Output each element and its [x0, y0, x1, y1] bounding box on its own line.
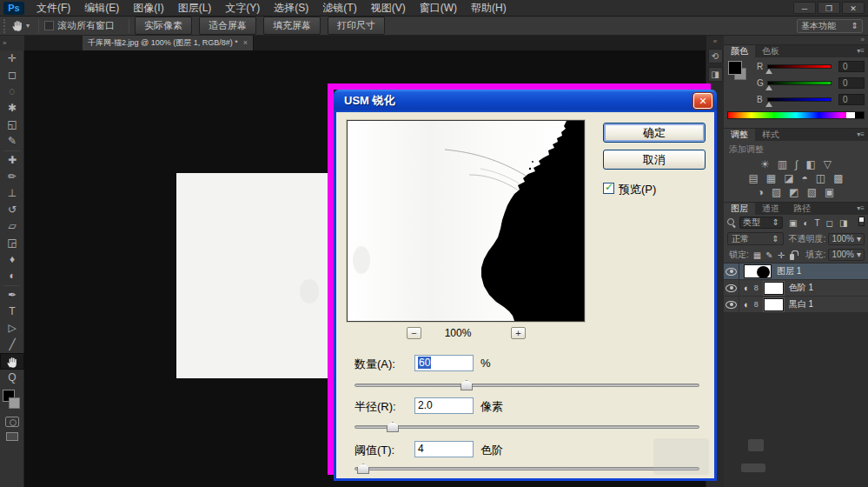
actual-pixels-button[interactable]: 实际像素 [135, 17, 192, 35]
panel-menu-icon[interactable]: ▾≡ [857, 130, 865, 138]
fill-screen-button[interactable]: 填充屏幕 [263, 17, 321, 35]
dodge-tool[interactable]: ◐ [0, 268, 24, 284]
properties-panel-icon[interactable]: ◨ [708, 67, 723, 82]
clone-stamp-tool[interactable]: ⊥ [0, 185, 24, 202]
history-panel-icon[interactable]: ⟲ [708, 49, 723, 63]
layer-name[interactable]: 黑白 1 [789, 298, 813, 310]
posterize-icon[interactable]: ▨ [772, 187, 781, 198]
red-value[interactable]: 0 [838, 61, 865, 72]
threshold-input[interactable]: 4 [414, 441, 474, 457]
ok-button[interactable]: 确定 [603, 123, 706, 143]
visibility-eye-icon[interactable] [726, 301, 737, 309]
tab-layers[interactable]: 图层 [724, 203, 755, 215]
fill-value[interactable]: 100% ▾ [828, 249, 865, 261]
preview-checkbox[interactable]: ✓ [603, 183, 614, 194]
background-color-swatch[interactable] [9, 397, 20, 409]
channel-mixer-icon[interactable]: ◫ [816, 173, 825, 184]
lock-paint-icon[interactable]: ✎ [765, 250, 772, 260]
layer1-thumbnail[interactable] [744, 264, 772, 278]
tab-swatches[interactable]: 色板 [755, 45, 786, 57]
zoom-in-button[interactable]: + [511, 327, 526, 339]
minimize-button[interactable]: ─ [793, 2, 816, 14]
black-white-icon[interactable]: ◪ [784, 173, 793, 184]
foreground-color-swatch[interactable] [728, 61, 742, 75]
menu-layer[interactable]: 图层(L) [171, 0, 219, 17]
visibility-eye-icon[interactable] [726, 284, 737, 292]
green-value[interactable]: 0 [838, 77, 865, 89]
history-brush-tool[interactable]: ↺ [0, 202, 24, 218]
menu-filter[interactable]: 滤镜(T) [315, 0, 363, 17]
close-button[interactable]: ✕ [842, 2, 865, 14]
cancel-button[interactable]: 取消 [603, 150, 706, 170]
radius-input[interactable]: 2.0 [414, 397, 474, 414]
blue-value[interactable]: 0 [838, 94, 865, 105]
tab-channels[interactable]: 通道 [755, 203, 786, 215]
ramp-black-swatch[interactable] [855, 112, 864, 118]
gradient-map-icon[interactable]: ▧ [807, 187, 817, 198]
menu-view[interactable]: 视图(V) [364, 0, 413, 17]
line-tool[interactable]: ╱ [0, 337, 24, 353]
blue-slider[interactable] [767, 97, 832, 102]
type-tool[interactable]: T [0, 304, 24, 320]
tab-styles[interactable]: 样式 [755, 129, 786, 141]
tab-paths[interactable]: 路径 [786, 203, 818, 215]
zoom-out-button[interactable]: − [407, 327, 421, 339]
ramp-white-swatch[interactable] [846, 112, 855, 118]
amount-slider[interactable] [354, 384, 699, 387]
exposure-icon[interactable]: ◧ [805, 159, 815, 170]
amount-input[interactable]: 60 [414, 355, 474, 371]
levels-icon[interactable]: ▥ [778, 159, 787, 170]
dock-expand-icon[interactable]: » [724, 36, 868, 44]
blur-tool[interactable]: ♦ [0, 251, 24, 268]
filter-type-layers-icon[interactable]: T [815, 218, 820, 228]
dialog-title[interactable]: USM 锐化 [334, 90, 717, 112]
brush-tool[interactable]: ✏ [0, 169, 24, 185]
blue-slider-thumb[interactable] [765, 102, 772, 107]
color-lookup-icon[interactable]: ▩ [833, 173, 843, 184]
layer-row-layer1[interactable]: 图层 1 [724, 264, 868, 280]
filter-toggle[interactable] [858, 217, 865, 226]
path-selection-tool[interactable]: ▷ [0, 320, 24, 337]
menu-help[interactable]: 帮助(H) [464, 0, 514, 17]
menu-edit[interactable]: 编辑(E) [77, 0, 126, 17]
print-size-button[interactable]: 打印尺寸 [328, 17, 385, 35]
radius-slider-thumb[interactable] [387, 422, 399, 432]
menu-image[interactable]: 图像(I) [126, 0, 170, 17]
brightness-contrast-icon[interactable]: ☀ [760, 159, 770, 170]
menu-file[interactable]: 文件(F) [30, 0, 77, 17]
levels1-mask-thumbnail[interactable] [764, 282, 784, 295]
crop-tool[interactable]: ◱ [0, 117, 24, 133]
threshold-slider-thumb[interactable] [357, 464, 369, 474]
lasso-tool[interactable]: ◌ [0, 83, 24, 100]
layer-name[interactable]: 图层 1 [777, 265, 801, 277]
hue-saturation-icon[interactable]: ▤ [749, 173, 759, 184]
threshold-slider[interactable] [354, 467, 699, 470]
panel-menu-icon[interactable]: ▾≡ [857, 47, 865, 55]
eyedropper-tool[interactable]: ✎ [0, 133, 24, 150]
layer-name[interactable]: 色阶 1 [789, 282, 813, 294]
workspace-switcher[interactable]: 基本功能 ⇕ [797, 19, 863, 33]
invert-icon[interactable]: ◑ [758, 187, 764, 198]
tab-adjustments[interactable]: 调整 [724, 129, 755, 141]
lock-position-icon[interactable]: ✛ [778, 250, 785, 260]
red-slider[interactable] [767, 64, 832, 69]
visibility-eye-icon[interactable] [726, 268, 737, 276]
sharpen-preview[interactable] [347, 120, 585, 322]
filter-pixel-layers-icon[interactable]: ▣ [789, 218, 797, 228]
lock-transparency-icon[interactable]: ▦ [753, 250, 761, 260]
restore-button[interactable]: ❐ [818, 2, 840, 14]
selective-color-icon[interactable]: ▣ [825, 187, 834, 198]
dock-collapse-icon[interactable]: « [706, 37, 724, 45]
menu-select[interactable]: 选择(S) [267, 0, 315, 17]
color-ramp[interactable] [727, 111, 865, 119]
layer-row-levels1[interactable]: ◐ 8 色阶 1 [724, 280, 868, 297]
menu-type[interactable]: 文字(Y) [218, 0, 267, 17]
tab-color[interactable]: 颜色 [724, 45, 755, 57]
marquee-tool[interactable]: ◻ [0, 67, 24, 83]
magic-wand-tool[interactable]: ✱ [0, 100, 24, 117]
radius-slider[interactable] [354, 425, 699, 429]
screen-mode-icon[interactable] [6, 432, 18, 441]
zoom-tool[interactable]: Q [0, 370, 24, 386]
curves-icon[interactable]: ∫ [795, 159, 798, 170]
vibrance-icon[interactable]: ▽ [824, 159, 832, 170]
